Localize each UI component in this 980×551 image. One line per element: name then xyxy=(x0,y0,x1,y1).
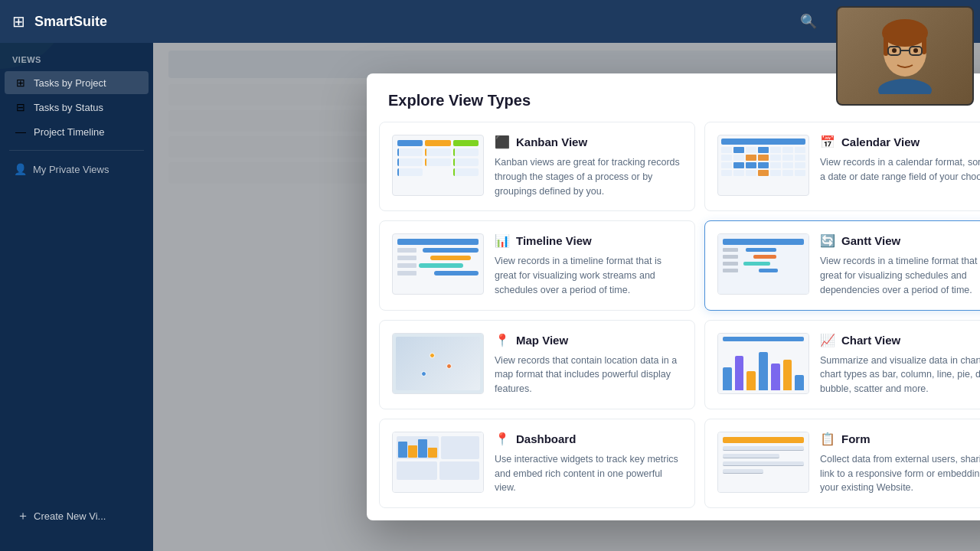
project-timeline-label: Project Timeline xyxy=(34,126,104,138)
private-views-icon: 👤 xyxy=(14,163,27,175)
create-new-view-button[interactable]: ＋ Create New Vi... xyxy=(9,503,144,530)
timeline-thumbnail xyxy=(392,233,484,295)
form-content: 📋 Form Collect data from external users,… xyxy=(820,432,980,495)
dashboard-content: 📍 Dashboard Use interactive widgets to t… xyxy=(495,432,682,495)
brand-name: SmartSuite xyxy=(34,14,107,30)
view-card-map[interactable]: 📍 Map View View records that contain loc… xyxy=(379,320,695,409)
gantt-content: 🔄 Gantt View View records in a timeline … xyxy=(820,233,980,297)
sidebar-item-project-timeline[interactable]: — Project Timeline xyxy=(5,120,149,143)
calendar-thumbnail xyxy=(717,135,809,196)
views-section-label: Views xyxy=(0,52,153,70)
dashboard-thumbnail xyxy=(392,432,484,493)
sidebar-divider xyxy=(9,150,144,151)
form-thumbnail xyxy=(717,432,809,493)
face-svg xyxy=(874,18,936,94)
gantt-title: Gantt View xyxy=(841,234,900,247)
dashboard-icon: 📍 xyxy=(495,432,510,446)
private-views-label: My Private Views xyxy=(33,164,109,175)
timeline-content: 📊 Timeline View View records in a timeli… xyxy=(495,233,682,297)
calendar-content: 📅 Calendar View View records in a calend… xyxy=(820,135,980,184)
project-timeline-icon: — xyxy=(14,126,28,138)
kanban-icon: ⬛ xyxy=(495,135,510,149)
svg-point-8 xyxy=(913,48,918,53)
chart-title: Chart View xyxy=(841,334,900,347)
map-thumbnail xyxy=(392,333,484,394)
view-card-gantt[interactable]: 🔄 Gantt View View records in a timeline … xyxy=(704,220,980,310)
timeline-desc: View records in a timeline format that i… xyxy=(495,254,682,297)
calendar-desc: View records in a calendar format, sorte… xyxy=(820,155,980,184)
kanban-content: ⬛ Kanban View Kanban views are great for… xyxy=(495,135,682,198)
main-area: Views ⊞ Tasks by Project ⊟ Tasks by Stat… xyxy=(0,43,980,551)
modal-body[interactable]: ⬛ Kanban View Kanban views are great for… xyxy=(367,122,980,520)
timeline-icon: 📊 xyxy=(495,233,510,248)
webcam-face xyxy=(838,8,972,104)
kanban-desc: Kanban views are great for tracking reco… xyxy=(495,155,682,198)
view-card-form[interactable]: 📋 Form Collect data from external users,… xyxy=(704,419,980,508)
dashboard-desc: Use interactive widgets to track key met… xyxy=(495,452,682,495)
create-new-view-label: Create New Vi... xyxy=(34,510,106,522)
map-title: Map View xyxy=(516,334,568,347)
form-title: Form xyxy=(841,432,871,445)
view-card-dashboard[interactable]: 📍 Dashboard Use interactive widgets to t… xyxy=(379,419,695,508)
create-plus-icon: ＋ xyxy=(17,508,29,524)
form-desc: Collect data from external users, sharin… xyxy=(820,452,980,495)
top-nav: ⊞ SmartSuite 🔍 📅 🔔 👤 ⚙️ xyxy=(0,0,980,43)
tasks-by-project-icon: ⊞ xyxy=(14,77,28,89)
timeline-title: Timeline View xyxy=(516,234,592,247)
app-wrapper: ⊞ SmartSuite 🔍 📅 🔔 👤 ⚙️ Views ⊞ Tasks by… xyxy=(0,0,980,551)
private-views-section[interactable]: 👤 My Private Views xyxy=(5,158,149,181)
view-card-calendar[interactable]: 📅 Calendar View View records in a calend… xyxy=(704,122,980,211)
search-icon[interactable]: 🔍 xyxy=(796,9,821,34)
svg-point-9 xyxy=(878,79,932,94)
view-types-grid: ⬛ Kanban View Kanban views are great for… xyxy=(379,122,980,508)
form-icon: 📋 xyxy=(820,432,835,446)
chart-thumbnail xyxy=(717,333,809,394)
svg-point-1 xyxy=(882,19,928,47)
gantt-icon: 🔄 xyxy=(820,233,835,248)
map-icon: 📍 xyxy=(495,333,510,347)
calendar-icon: 📅 xyxy=(820,135,835,149)
calendar-title: Calendar View xyxy=(841,135,920,148)
sidebar: Views ⊞ Tasks by Project ⊟ Tasks by Stat… xyxy=(0,43,153,551)
tasks-by-project-label: Tasks by Project xyxy=(34,77,106,89)
kanban-thumbnail xyxy=(392,135,484,196)
svg-point-7 xyxy=(892,48,897,53)
view-card-timeline[interactable]: 📊 Timeline View View records in a timeli… xyxy=(379,220,695,310)
sidebar-item-tasks-by-status[interactable]: ⊟ Tasks by Status xyxy=(5,96,149,119)
tasks-by-status-icon: ⊟ xyxy=(14,101,28,113)
chart-desc: Summarize and visualize data in charts c… xyxy=(820,354,980,396)
gantt-desc: View records in a timeline format that i… xyxy=(820,254,980,297)
grid-menu-icon[interactable]: ⊞ xyxy=(12,12,25,31)
view-card-kanban[interactable]: ⬛ Kanban View Kanban views are great for… xyxy=(379,122,695,211)
gantt-thumbnail xyxy=(717,233,809,295)
map-desc: View records that contain location data … xyxy=(495,354,682,396)
view-card-chart[interactable]: 📈 Chart View Summarize and visualize dat… xyxy=(704,320,980,409)
sidebar-item-tasks-by-project[interactable]: ⊞ Tasks by Project xyxy=(5,71,149,94)
content-area: Explore View Types xyxy=(153,43,980,551)
webcam-overlay xyxy=(836,6,974,106)
map-content: 📍 Map View View records that contain loc… xyxy=(495,333,682,396)
chart-icon: 📈 xyxy=(820,333,835,347)
chart-content: 📈 Chart View Summarize and visualize dat… xyxy=(820,333,980,396)
kanban-title: Kanban View xyxy=(516,135,587,148)
explore-view-types-modal: Explore View Types xyxy=(367,73,980,520)
dashboard-title: Dashboard xyxy=(516,432,576,445)
tasks-by-status-label: Tasks by Status xyxy=(34,102,103,113)
